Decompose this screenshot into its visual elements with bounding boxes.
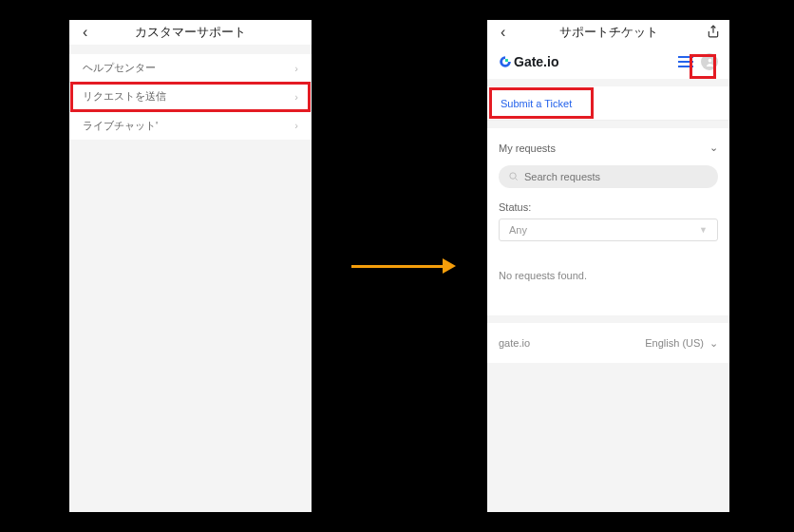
list-item-label: ヘルプセンター (83, 61, 156, 75)
phone-screen-left: ‹ カスタマーサポート ヘルプセンター › リクエストを送信 › ライブチャット… (69, 20, 312, 512)
avatar-icon[interactable] (701, 53, 718, 70)
list-item-label: リクエストを送信 (83, 89, 166, 104)
header-bar: ‹ カスタマーサポート (69, 20, 312, 45)
brand-logo-block[interactable]: Gate.io (499, 54, 558, 69)
back-icon[interactable]: ‹ (79, 22, 91, 43)
flow-arrow (351, 256, 456, 276)
svg-point-1 (708, 58, 711, 62)
share-icon[interactable] (707, 25, 720, 41)
page-title: サポートチケット (487, 24, 729, 41)
chevron-right-icon: › (294, 63, 298, 74)
chevron-down-icon: ⌄ (709, 142, 718, 154)
chevron-right-icon: › (294, 120, 298, 131)
my-requests-toggle[interactable]: My requests ⌄ (499, 138, 718, 165)
requests-panel: My requests ⌄ Status: Any ▼ No requests … (487, 128, 729, 315)
status-value: Any (509, 224, 527, 236)
menu-hamburger-icon[interactable] (678, 56, 693, 67)
no-requests-message: No requests found. (499, 260, 718, 300)
brand-bar: Gate.io (487, 45, 729, 79)
arrow-head-icon (443, 258, 456, 274)
caret-down-icon: ▼ (699, 225, 708, 235)
svg-point-2 (510, 172, 516, 178)
status-select[interactable]: Any ▼ (499, 218, 718, 241)
list-item-help-center[interactable]: ヘルプセンター › (69, 54, 312, 83)
header-bar: ‹ サポートチケット (487, 20, 729, 45)
arrow-line-icon (351, 265, 443, 268)
svg-line-3 (516, 178, 518, 180)
list-item-submit-request[interactable]: リクエストを送信 › (69, 83, 312, 111)
support-menu-list: ヘルプセンター › リクエストを送信 › ライブチャット' › (69, 54, 312, 140)
chevron-down-icon: ⌄ (709, 337, 718, 350)
list-item-live-chat[interactable]: ライブチャット' › (69, 111, 312, 140)
page-title: カスタマーサポート (69, 24, 312, 41)
search-requests-box[interactable] (499, 165, 718, 188)
back-icon[interactable]: ‹ (497, 22, 509, 43)
phone-screen-right: ‹ サポートチケット Gate.io Subm (487, 20, 729, 512)
brand-name: Gate.io (514, 54, 558, 69)
language-selector[interactable]: English (US) ⌄ (645, 337, 718, 350)
search-icon (508, 171, 519, 183)
my-requests-label: My requests (499, 142, 556, 154)
footer-site-link[interactable]: gate.io (499, 337, 530, 349)
footer-bar: gate.io English (US) ⌄ (487, 323, 729, 363)
submit-ticket-link[interactable]: Submit a Ticket (501, 98, 572, 109)
language-label: English (US) (645, 337, 704, 349)
chevron-right-icon: › (294, 91, 298, 103)
gate-logo-icon (499, 55, 512, 68)
list-item-label: ライブチャット' (83, 119, 158, 133)
search-input[interactable] (524, 171, 709, 182)
submit-ticket-tab: Submit a Ticket (487, 86, 729, 121)
status-label: Status: (499, 201, 718, 213)
